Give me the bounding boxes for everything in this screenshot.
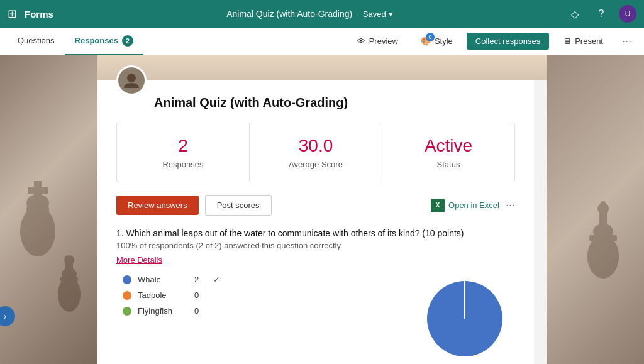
tab-responses[interactable]: Responses 2 [65, 28, 144, 55]
app-name: Forms [25, 9, 53, 19]
answer-list: Whale 2 ✓ Tadpole 0 [123, 275, 396, 316]
status-label: Status [392, 160, 504, 169]
question-1: 1. Which animal leaps out of the water t… [116, 228, 515, 363]
question-1-subtext: 100% of respondents (2 of 2) answered th… [116, 241, 515, 250]
stat-status: Active Status [382, 123, 514, 182]
question-1-text: 1. Which animal leaps out of the water t… [116, 228, 515, 238]
style-button[interactable]: 🎨 0 Style [412, 33, 462, 50]
more-actions-icon[interactable]: ··· [506, 199, 515, 212]
separator: - [356, 9, 359, 19]
right-photo-sidebar [547, 55, 644, 364]
pie-chart [421, 275, 509, 363]
saved-indicator[interactable]: Saved ▾ [363, 9, 393, 19]
flyingfish-count: 0 [194, 306, 207, 316]
svg-point-9 [64, 255, 74, 265]
chart-area: Whale 2 ✓ Tadpole 0 [116, 275, 515, 363]
tadpole-color-dot [123, 291, 131, 300]
form-name-label: Animal Quiz (with Auto-Grading) [226, 9, 352, 19]
excel-icon: X [431, 199, 445, 212]
question-1-content: Which animal leaps out of the water to c… [126, 228, 464, 238]
tadpole-name: Tadpole [138, 290, 188, 300]
svg-point-10 [127, 74, 136, 82]
nav-tabs: Questions Responses 2 👁 Preview 🎨 0 Styl… [0, 28, 644, 55]
svg-point-18 [600, 201, 606, 209]
preview-label: Preview [369, 36, 398, 46]
responses-badge: 2 [122, 35, 133, 47]
tab-questions-label: Questions [18, 36, 55, 45]
style-label: Style [435, 36, 453, 46]
stat-average-score: 30.0 Average Score [250, 123, 382, 182]
avatar[interactable]: U [619, 5, 636, 23]
preview-icon: 👁 [357, 36, 365, 46]
form-card: Animal Quiz (with Auto-Grading) 2 Respon… [97, 80, 534, 364]
open-excel-label: Open in Excel [448, 201, 499, 210]
nav-actions: 👁 Preview 🎨 0 Style Collect responses 🖥 … [348, 32, 636, 50]
present-button[interactable]: 🖥 Present [554, 33, 612, 50]
style-badge: 0 [426, 33, 435, 41]
collect-responses-button[interactable]: Collect responses [467, 33, 549, 50]
responses-value: 2 [127, 136, 239, 156]
status-value: Active [392, 136, 504, 156]
more-details-link[interactable]: More Details [116, 255, 162, 265]
whale-count: 2 [194, 275, 207, 284]
present-label: Present [575, 36, 603, 46]
apps-grid-icon[interactable]: ⊞ [8, 7, 17, 21]
answer-row-tadpole: Tadpole 0 [123, 290, 396, 300]
more-options-icon[interactable]: ··· [617, 32, 636, 50]
preview-button[interactable]: 👁 Preview [348, 33, 407, 50]
saved-chevron-icon: ▾ [389, 9, 393, 19]
whale-correct-icon: ✓ [213, 275, 220, 284]
whale-name: Whale [138, 275, 188, 284]
topbar-title: Animal Quiz (with Auto-Grading) - Saved … [61, 9, 558, 19]
pie-chart-column [414, 275, 515, 363]
style-icon: 🎨 0 [421, 36, 431, 46]
diamond-icon[interactable]: ◇ [566, 5, 584, 23]
topbar-icons: ◇ ? U [566, 5, 636, 23]
svg-rect-4 [28, 187, 48, 194]
form-avatar-icon [121, 70, 142, 91]
review-answers-button[interactable]: Review answers [116, 196, 199, 215]
answer-row-whale: Whale 2 ✓ [123, 275, 396, 284]
form-title: Animal Quiz (with Auto-Grading) [154, 96, 515, 110]
action-row: Review answers Post scores X Open in Exc… [116, 195, 515, 216]
average-score-label: Average Score [260, 160, 372, 169]
saved-label: Saved [363, 9, 386, 19]
stat-responses: 2 Responses [117, 123, 250, 182]
tab-questions[interactable]: Questions [8, 28, 65, 55]
question-1-number: 1. [116, 228, 124, 238]
answer-row-flyingfish: Flyingfish 0 [123, 306, 396, 316]
open-excel-button[interactable]: X Open in Excel [431, 199, 499, 212]
flyingfish-color-dot [123, 307, 131, 316]
whale-color-dot [123, 275, 131, 284]
content-area: Animal Quiz (with Auto-Grading) 2 Respon… [97, 55, 547, 364]
answers-column: Whale 2 ✓ Tadpole 0 [116, 275, 396, 322]
present-icon: 🖥 [563, 36, 571, 46]
main-content: › Animal Quiz (with Auto-Grading) [0, 55, 644, 364]
average-score-value: 30.0 [260, 136, 372, 156]
flyingfish-name: Flyingfish [138, 306, 188, 316]
stats-row: 2 Responses 30.0 Average Score Active St… [116, 123, 515, 182]
left-photo-sidebar: › [0, 55, 97, 364]
collect-responses-label: Collect responses [475, 36, 540, 46]
tab-responses-label: Responses [75, 36, 118, 45]
form-avatar [116, 65, 147, 96]
responses-label: Responses [127, 160, 239, 169]
tadpole-count: 0 [194, 290, 207, 300]
post-scores-button[interactable]: Post scores [205, 195, 272, 216]
svg-point-5 [58, 277, 80, 312]
topbar: ⊞ Forms Animal Quiz (with Auto-Grading) … [0, 0, 644, 28]
chess-decoration-right [547, 55, 644, 364]
help-icon[interactable]: ? [592, 5, 610, 23]
